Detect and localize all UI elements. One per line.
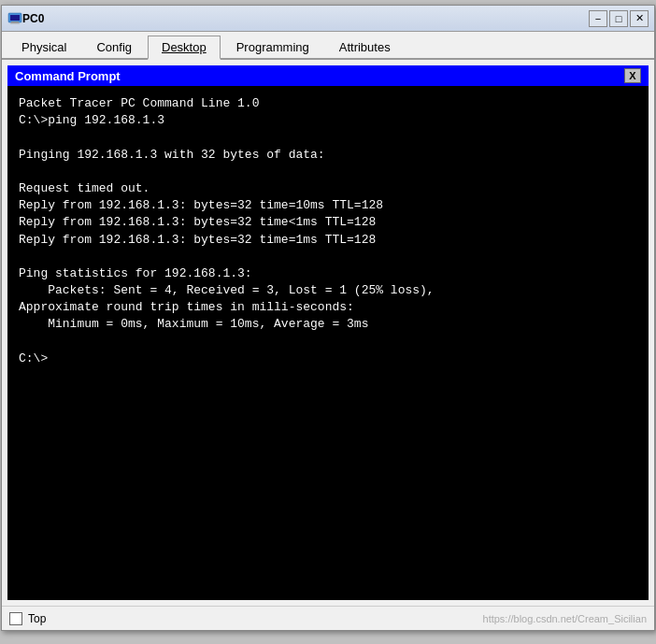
main-window: PC0 − □ ✕ Physical Config Desktop Progra… [1, 5, 655, 631]
bottom-bar: Top https://blog.csdn.net/Cream_Sicilian [2, 606, 654, 630]
cmd-close-button[interactable]: X [624, 68, 641, 83]
tab-physical[interactable]: Physical [7, 36, 80, 58]
tab-bar: Physical Config Desktop Programming Attr… [2, 32, 654, 60]
window-title: PC0 [22, 12, 589, 25]
watermark: https://blog.csdn.net/Cream_Sicilian [483, 613, 647, 624]
cmd-title-text: Command Prompt [15, 69, 121, 83]
tab-attributes[interactable]: Attributes [325, 36, 405, 58]
svg-rect-1 [10, 15, 20, 21]
window-controls: − □ ✕ [589, 10, 649, 27]
tab-programming[interactable]: Programming [222, 36, 323, 58]
window-icon [7, 11, 22, 26]
tab-desktop[interactable]: Desktop [148, 36, 221, 60]
cmd-title-bar: Command Prompt X [7, 65, 649, 86]
content-area: Command Prompt X Packet Tracer PC Comman… [2, 60, 654, 606]
command-prompt-window: Command Prompt X Packet Tracer PC Comman… [7, 65, 649, 600]
top-checkbox[interactable] [9, 612, 22, 625]
svg-rect-3 [10, 22, 20, 23]
tab-config[interactable]: Config [82, 36, 146, 58]
title-bar: PC0 − □ ✕ [2, 6, 654, 32]
bottom-left: Top [9, 612, 46, 625]
maximize-button[interactable]: □ [609, 10, 628, 27]
close-window-button[interactable]: ✕ [630, 10, 649, 27]
top-label: Top [28, 612, 46, 625]
minimize-button[interactable]: − [589, 10, 607, 27]
terminal-output[interactable]: Packet Tracer PC Command Line 1.0 C:\>pi… [7, 86, 649, 600]
svg-rect-2 [11, 21, 19, 23]
